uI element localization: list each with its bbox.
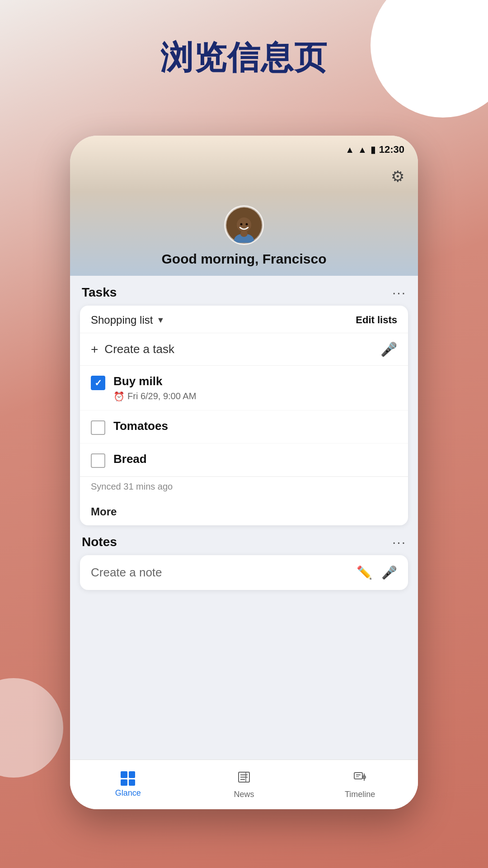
list-header: Shopping list ▼ Edit lists — [80, 306, 408, 333]
task-checkbox-buy-milk[interactable] — [91, 376, 105, 390]
wifi-icon: ▲ — [345, 145, 354, 155]
tasks-more-button[interactable]: ··· — [392, 285, 406, 300]
note-mic-icon[interactable]: 🎤 — [381, 565, 397, 580]
dropdown-arrow-icon: ▼ — [156, 316, 164, 325]
news-icon — [237, 770, 251, 787]
create-note-label: Create a note — [91, 566, 162, 580]
pencil-icon[interactable]: ✏️ — [357, 565, 372, 580]
notes-title: Notes — [82, 535, 117, 549]
avatar-image — [226, 208, 262, 243]
task-info-bread: Bread — [113, 452, 397, 467]
create-task-left: + Create a task — [91, 342, 174, 357]
phone-header: ▲ ▲ ▮ 12:30 ⚙ — [70, 136, 418, 276]
timeline-icon — [353, 770, 367, 787]
notes-section: Notes ··· Create a note ✏️ 🎤 — [80, 534, 408, 590]
svg-point-5 — [246, 223, 248, 226]
create-task-label: Create a task — [104, 342, 174, 356]
glance-label: Glance — [115, 788, 141, 798]
task-item[interactable]: Buy milk ⏰ Fri 6/29, 9:00 AM — [80, 366, 408, 410]
notes-section-header: Notes ··· — [80, 534, 408, 550]
signal-icon: ▲ — [358, 145, 367, 155]
sync-status: Synced 31 mins ago — [80, 476, 408, 498]
notes-card: Create a note ✏️ 🎤 — [80, 555, 408, 590]
task-info-tomatoes: Tomatoes — [113, 419, 397, 434]
list-name[interactable]: Shopping list ▼ — [91, 314, 164, 326]
nav-item-timeline[interactable]: Timeline — [302, 770, 418, 799]
tasks-card: Shopping list ▼ Edit lists + Create a ta… — [80, 306, 408, 525]
task-title-buy-milk: Buy milk — [113, 374, 397, 389]
status-bar: ▲ ▲ ▮ 12:30 — [345, 144, 404, 156]
avatar[interactable] — [224, 205, 264, 245]
task-item[interactable]: Bread — [80, 443, 408, 476]
phone-frame: ▲ ▲ ▮ 12:30 ⚙ — [70, 136, 418, 809]
task-title-tomatoes: Tomatoes — [113, 419, 397, 434]
page-title: 浏览信息页 — [0, 36, 488, 80]
create-note-row[interactable]: Create a note ✏️ 🎤 — [80, 555, 408, 590]
battery-icon: ▮ — [371, 144, 375, 155]
plus-icon: + — [91, 342, 98, 357]
timeline-label: Timeline — [345, 790, 375, 799]
note-actions: ✏️ 🎤 — [357, 565, 397, 580]
alarm-icon: ⏰ — [113, 391, 125, 402]
svg-rect-11 — [354, 773, 362, 779]
mic-icon[interactable]: 🎤 — [380, 341, 397, 357]
create-task-row[interactable]: + Create a task 🎤 — [80, 333, 408, 366]
tasks-section-header: Tasks ··· — [80, 285, 408, 300]
nav-item-glance[interactable]: Glance — [70, 771, 186, 798]
nav-item-news[interactable]: News — [186, 770, 302, 799]
task-meta-buy-milk: ⏰ Fri 6/29, 9:00 AM — [113, 391, 397, 402]
task-checkbox-bread[interactable] — [91, 453, 105, 468]
phone-content: Tasks ··· Shopping list ▼ Edit lists + — [70, 276, 418, 760]
glance-icon — [121, 771, 135, 786]
clock: 12:30 — [379, 144, 404, 156]
settings-button[interactable]: ⚙ — [391, 167, 404, 185]
task-title-bread: Bread — [113, 452, 397, 467]
tasks-title: Tasks — [82, 285, 117, 300]
news-label: News — [234, 790, 254, 799]
greeting-text: Good morning, Francisco — [161, 251, 326, 267]
more-button[interactable]: More — [80, 498, 408, 525]
bottom-nav: Glance News — [70, 760, 418, 809]
task-info-buy-milk: Buy milk ⏰ Fri 6/29, 9:00 AM — [113, 374, 397, 402]
tasks-section: Tasks ··· Shopping list ▼ Edit lists + — [80, 285, 408, 525]
task-item[interactable]: Tomatoes — [80, 410, 408, 443]
svg-point-4 — [240, 223, 243, 226]
edit-lists-button[interactable]: Edit lists — [356, 314, 397, 326]
task-checkbox-tomatoes[interactable] — [91, 420, 105, 435]
notes-more-button[interactable]: ··· — [392, 534, 406, 550]
